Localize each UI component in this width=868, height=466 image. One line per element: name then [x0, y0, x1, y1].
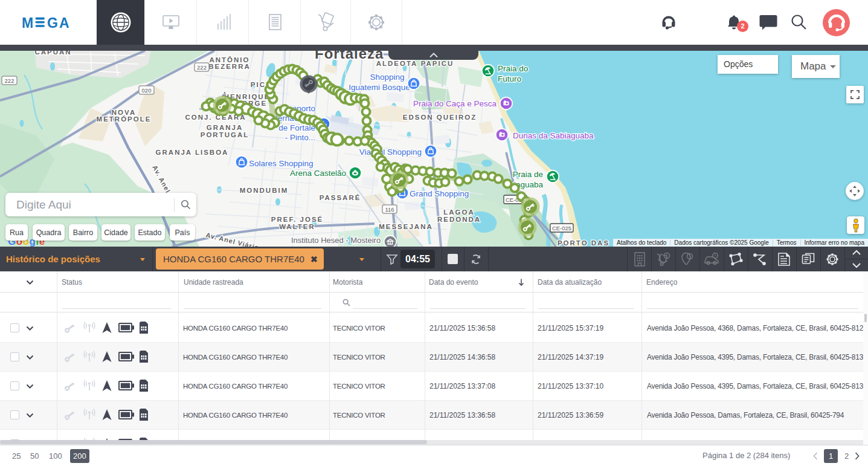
svg-text:Futuro: Futuro	[498, 74, 521, 83]
svg-text:Praia do: Praia do	[498, 64, 528, 73]
svg-text:Praia do Caça e Pesca: Praia do Caça e Pesca	[413, 99, 497, 108]
svg-text:PORTO DAS: PORTO DAS	[558, 239, 609, 247]
svg-text:Instituto Hesed - Mosteiro: Instituto Hesed - Mosteiro	[291, 236, 381, 245]
svg-text:WALTER: WALTER	[279, 223, 315, 230]
svg-text:PAPICU: PAPICU	[421, 60, 454, 67]
svg-text:Iguatemi Bosque: Iguatemi Bosque	[349, 83, 410, 92]
svg-text:Praia de: Praia de	[513, 170, 543, 179]
svg-text:020: 020	[142, 87, 152, 94]
svg-text:Shopping: Shopping	[370, 73, 404, 82]
svg-text:BEZERRA: BEZERRA	[208, 63, 251, 70]
svg-text:Via Sul Shopping: Via Sul Shopping	[359, 147, 422, 157]
svg-text:MESSEJANA: MESSEJANA	[379, 223, 433, 230]
svg-text:116: 116	[385, 206, 394, 213]
svg-text:PREF. JOSÉ: PREF. JOSÉ	[271, 216, 323, 223]
svg-text:GRANJA LISBOA: GRANJA LISBOA	[156, 149, 229, 156]
svg-text:LAGOA: LAGOA	[443, 209, 475, 216]
svg-text:M: M	[22, 16, 33, 29]
svg-text:REDONDA: REDONDA	[437, 216, 481, 223]
svg-text:EDSON QUEIROZ: EDSON QUEIROZ	[403, 114, 477, 121]
svg-text:A: A	[59, 16, 69, 29]
svg-text:Solares Shopping: Solares Shopping	[249, 159, 313, 168]
svg-text:G: G	[47, 16, 58, 29]
svg-text:- Pinto...: - Pinto...	[285, 133, 315, 142]
svg-text:METRÓPOLE: METRÓPOLE	[97, 115, 152, 123]
svg-text:CE-025: CE-025	[552, 225, 571, 231]
svg-text:Fortaleza: Fortaleza	[315, 51, 384, 62]
svg-text:GRANJA: GRANJA	[207, 124, 243, 131]
svg-text:Grand Shopping: Grand Shopping	[410, 189, 469, 198]
svg-text:222: 222	[5, 77, 14, 84]
svg-text:222: 222	[197, 64, 207, 71]
svg-text:Arena Castelão: Arena Castelão	[290, 169, 346, 178]
svg-text:MONDUBIM: MONDUBIM	[240, 187, 289, 194]
svg-text:PORTUGAL: PORTUGAL	[201, 131, 249, 138]
svg-text:PASSARÉ: PASSARÉ	[320, 194, 361, 201]
svg-text:Dunas da Sabiaguaba: Dunas da Sabiaguaba	[513, 131, 594, 140]
svg-text:CAPUAN: CAPUAN	[34, 51, 71, 56]
